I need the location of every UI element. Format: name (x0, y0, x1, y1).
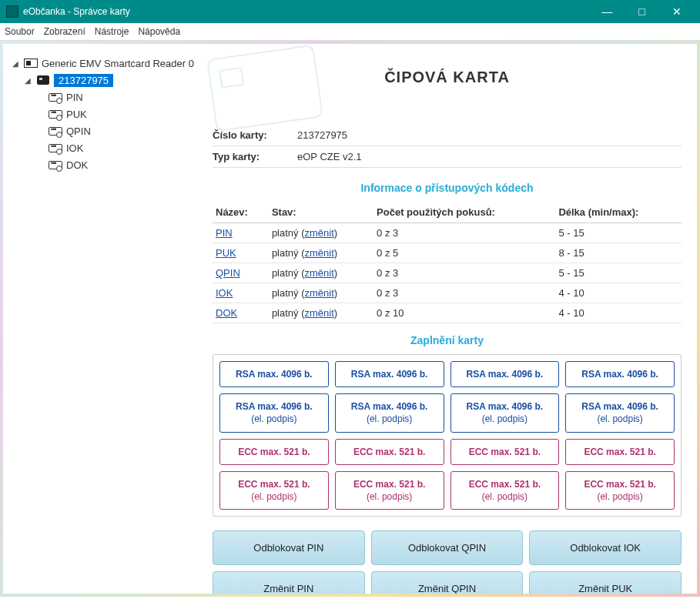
change-link[interactable]: změnit (305, 227, 334, 239)
key-slot-ecc[interactable]: ECC max. 521 b. (450, 439, 560, 465)
action-změnit-qpin[interactable]: Změnit QPIN (371, 571, 524, 594)
key-slot-rsa[interactable]: RSA max. 4096 b. (565, 361, 675, 387)
card-type-label: Typ karty: (213, 151, 297, 162)
code-length: 4 - 10 (555, 283, 682, 303)
code-attempts: 0 z 3 (373, 283, 555, 303)
table-row: QPINplatný (změnit)0 z 35 - 15 (213, 263, 682, 283)
change-link[interactable]: změnit (305, 287, 334, 299)
code-length: 5 - 15 (555, 263, 682, 283)
table-row: DOKplatný (změnit)0 z 104 - 10 (213, 303, 682, 323)
code-attempts: 0 z 3 (373, 223, 555, 243)
pin-icon (48, 125, 63, 136)
window-title: eObčanka - Správce karty (23, 6, 590, 17)
table-row: IOKplatný (změnit)0 z 34 - 10 (213, 283, 682, 303)
code-link-qpin[interactable]: QPIN (216, 267, 240, 279)
tree-reader-row[interactable]: ◢ Generic EMV Smartcard Reader 0 (8, 55, 199, 72)
codes-th-name: Název: (213, 202, 269, 223)
key-slot-ecc[interactable]: ECC max. 521 b. (219, 439, 329, 465)
key-slot-rsa-sig[interactable]: RSA max. 4096 b.(el. podpis) (219, 393, 329, 432)
tree-card-label: 213727975 (54, 74, 113, 87)
key-slot-ecc-sig[interactable]: ECC max. 521 b.(el. podpis) (335, 471, 444, 510)
key-slot-rsa-sig[interactable]: RSA max. 4096 b.(el. podpis) (335, 393, 444, 432)
tree-reader-label: Generic EMV Smartcard Reader 0 (42, 58, 194, 69)
action-odblokovat-pin[interactable]: Odblokovat PIN (213, 530, 365, 565)
code-link-puk[interactable]: PUK (216, 247, 236, 259)
app-icon (6, 5, 18, 18)
change-link[interactable]: změnit (305, 307, 334, 319)
tree-code-label: PIN (66, 92, 83, 103)
key-slot-ecc[interactable]: ECC max. 521 b. (335, 439, 444, 465)
slots-grid: RSA max. 4096 b.RSA max. 4096 b.RSA max.… (213, 354, 682, 517)
action-buttons: Odblokovat PINOdblokovat QPINOdblokovat … (213, 530, 682, 594)
key-slot-ecc-sig[interactable]: ECC max. 521 b.(el. podpis) (450, 471, 560, 510)
action-změnit-pin[interactable]: Změnit PIN (213, 571, 365, 594)
reader-icon (23, 58, 39, 69)
menubar: Soubor Zobrazení Nástroje Nápověda (0, 23, 700, 41)
card-icon (35, 75, 51, 85)
menu-file[interactable]: Soubor (5, 26, 35, 37)
code-length: 5 - 15 (555, 223, 682, 243)
codes-table: Název: Stav: Počet použitých pokusů: Dél… (213, 202, 682, 323)
close-button[interactable]: ✕ (659, 0, 694, 23)
titlebar: eObčanka - Správce karty — □ ✕ (0, 0, 700, 23)
code-attempts: 0 z 3 (373, 263, 555, 283)
change-link[interactable]: změnit (305, 247, 334, 259)
sidebar: ◢ Generic EMV Smartcard Reader 0 ◢ 21372… (3, 44, 203, 594)
card-background-icon (206, 45, 323, 132)
menu-tools[interactable]: Nástroje (95, 26, 129, 37)
code-length: 4 - 10 (555, 303, 682, 323)
code-attempts: 0 z 10 (373, 303, 555, 323)
pin-icon (48, 142, 63, 153)
code-link-pin[interactable]: PIN (216, 227, 233, 239)
maximize-button[interactable]: □ (625, 0, 659, 23)
key-slot-rsa[interactable]: RSA max. 4096 b. (450, 361, 560, 387)
page-title: ČIPOVÁ KARTA (213, 69, 682, 86)
tree-code-label: QPIN (66, 125, 91, 137)
key-slot-ecc[interactable]: ECC max. 521 b. (565, 439, 675, 465)
code-state: platný (změnit) (269, 283, 373, 303)
menu-view[interactable]: Zobrazení (44, 26, 85, 37)
tree-code-label: PUK (66, 109, 87, 120)
tree-code-qpin[interactable]: QPIN (8, 122, 199, 139)
key-slot-rsa-sig[interactable]: RSA max. 4096 b.(el. podpis) (565, 393, 675, 432)
tree-collapse-icon[interactable]: ◢ (11, 59, 20, 68)
minimize-button[interactable]: — (590, 0, 625, 23)
code-attempts: 0 z 5 (373, 243, 555, 263)
menu-help[interactable]: Nápověda (138, 26, 180, 37)
key-slot-rsa[interactable]: RSA max. 4096 b. (219, 361, 329, 387)
tree-code-dok[interactable]: DOK (8, 156, 199, 173)
card-number-value: 213727975 (297, 129, 347, 141)
key-slot-ecc-sig[interactable]: ECC max. 521 b.(el. podpis) (219, 471, 329, 510)
code-state: platný (změnit) (269, 223, 373, 243)
tree-code-pin[interactable]: PIN (8, 89, 199, 105)
code-state: platný (změnit) (269, 263, 373, 283)
code-link-dok[interactable]: DOK (216, 307, 237, 319)
card-number-label: Číslo karty: (213, 129, 297, 141)
tree-code-label: DOK (66, 159, 88, 171)
action-odblokovat-iok[interactable]: Odblokovat IOK (529, 530, 682, 565)
key-slot-rsa-sig[interactable]: RSA max. 4096 b.(el. podpis) (450, 393, 560, 432)
tree-collapse-icon[interactable]: ◢ (23, 76, 32, 85)
codes-th-attempts: Počet použitých pokusů: (373, 202, 555, 223)
tree-code-puk[interactable]: PUK (8, 105, 199, 122)
tree-code-iok[interactable]: IOK (8, 139, 199, 156)
codes-th-length: Délka (min/max): (555, 202, 682, 223)
code-link-iok[interactable]: IOK (216, 287, 233, 299)
slots-section-title: Zaplnění karty (213, 334, 682, 346)
action-změnit-puk[interactable]: Změnit PUK (529, 571, 682, 594)
key-slot-ecc-sig[interactable]: ECC max. 521 b.(el. podpis) (565, 471, 675, 510)
code-state: platný (změnit) (269, 243, 373, 263)
table-row: PINplatný (změnit)0 z 35 - 15 (213, 223, 682, 243)
pin-icon (48, 109, 63, 119)
table-row: PUKplatný (změnit)0 z 58 - 15 (213, 243, 682, 263)
codes-th-state: Stav: (269, 202, 373, 223)
change-link[interactable]: změnit (305, 267, 334, 279)
card-type-value: eOP CZE v2.1 (297, 151, 362, 162)
tree-card-row[interactable]: ◢ 213727975 (8, 72, 199, 89)
key-slot-rsa[interactable]: RSA max. 4096 b. (335, 361, 444, 387)
tree-code-label: IOK (66, 142, 83, 154)
action-odblokovat-qpin[interactable]: Odblokovat QPIN (371, 530, 524, 565)
pin-icon (48, 92, 63, 102)
code-state: platný (změnit) (269, 303, 373, 323)
pin-icon (48, 159, 63, 170)
